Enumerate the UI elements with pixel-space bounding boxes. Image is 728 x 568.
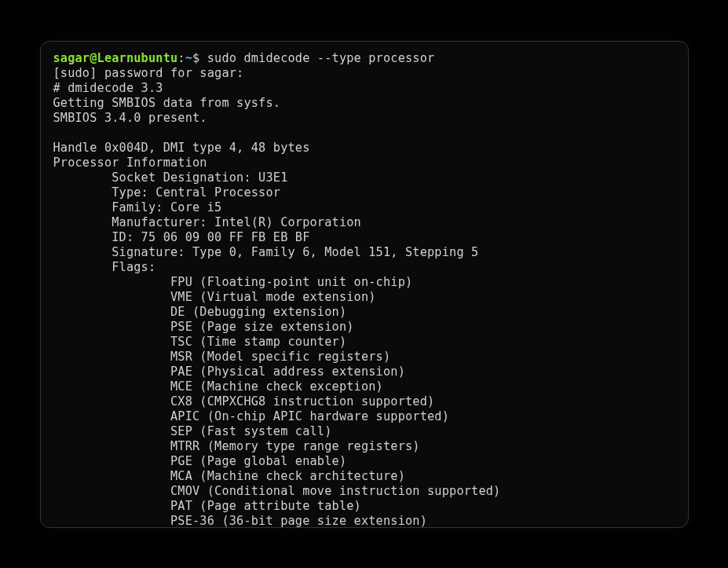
prompt-symbol: $: [192, 51, 207, 65]
output-flag-msr: MSR (Model specific registers): [53, 350, 391, 364]
output-flag-mtrr: MTRR (Memory type range registers): [53, 439, 420, 453]
terminal-content: sagar@Learnubuntu:~$ sudo dmidecode --ty…: [53, 51, 675, 528]
terminal-window[interactable]: sagar@Learnubuntu:~$ sudo dmidecode --ty…: [40, 41, 689, 528]
output-flag-tsc: TSC (Time stamp counter): [53, 335, 347, 349]
output-manufacturer: Manufacturer: Intel(R) Corporation: [53, 215, 361, 229]
output-sudo-prompt: [sudo] password for sagar:: [53, 66, 244, 80]
output-flag-pat: PAT (Page attribute table): [53, 499, 361, 513]
output-header-smbios: SMBIOS 3.4.0 present.: [53, 111, 207, 125]
output-flag-pse: PSE (Page size extension): [53, 320, 354, 334]
output-flag-fpu: FPU (Floating-point unit on-chip): [53, 275, 413, 289]
command-input: sudo dmidecode --type processor: [207, 51, 435, 65]
output-section-title: Processor Information: [53, 156, 207, 170]
output-header-version: # dmidecode 3.3: [53, 81, 163, 95]
output-flag-pae: PAE (Physical address extension): [53, 365, 406, 379]
prompt-user-host: sagar@Learnubuntu: [53, 51, 178, 65]
output-flag-cx8: CX8 (CMPXCHG8 instruction supported): [53, 394, 435, 409]
output-flag-cmov: CMOV (Conditional move instruction suppo…: [53, 484, 501, 498]
output-type: Type: Central Processor: [53, 185, 281, 200]
output-id: ID: 75 06 09 00 FF FB EB BF: [53, 230, 310, 244]
output-flag-de: DE (Debugging extension): [53, 305, 347, 319]
prompt-colon: :: [177, 51, 185, 65]
prompt-path: ~: [185, 51, 192, 65]
output-socket: Socket Designation: U3E1: [53, 170, 288, 185]
output-handle: Handle 0x004D, DMI type 4, 48 bytes: [53, 141, 310, 155]
output-flag-pge: PGE (Page global enable): [53, 454, 347, 468]
output-signature: Signature: Type 0, Family 6, Model 151, …: [53, 245, 479, 259]
output-header-source: Getting SMBIOS data from sysfs.: [53, 96, 281, 110]
output-flags-label: Flags:: [53, 260, 156, 274]
output-flag-mce: MCE (Machine check exception): [53, 379, 383, 394]
output-flag-pse36: PSE-36 (36-bit page size extension): [53, 514, 428, 528]
output-family: Family: Core i5: [53, 200, 222, 214]
output-flag-sep: SEP (Fast system call): [53, 424, 332, 438]
output-flag-mca: MCA (Machine check architecture): [53, 469, 406, 483]
output-flag-vme: VME (Virtual mode extension): [53, 290, 376, 304]
output-flag-apic: APIC (On-chip APIC hardware supported): [53, 409, 450, 423]
